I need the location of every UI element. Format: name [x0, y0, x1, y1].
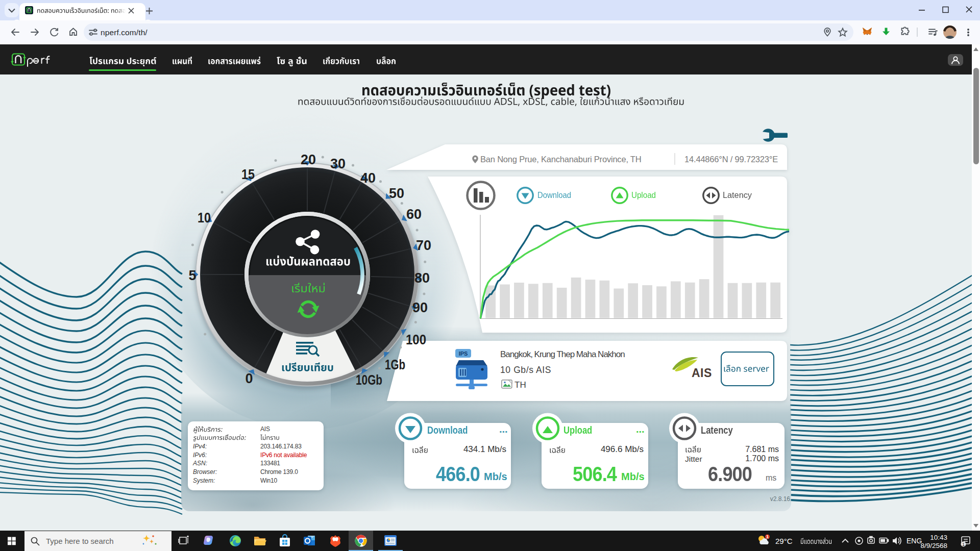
svg-text:ENG: ENG [906, 537, 922, 545]
svg-text:50: 50 [389, 186, 404, 201]
svg-text:Type here to search: Type here to search [46, 537, 114, 545]
svg-text:Upload: Upload [631, 190, 656, 199]
svg-text:90: 90 [412, 300, 428, 315]
svg-text:100: 100 [406, 332, 426, 347]
svg-text:1: 1 [962, 542, 965, 547]
svg-text:Latency: Latency [723, 190, 752, 199]
svg-text:70: 70 [416, 238, 431, 253]
svg-text:80: 80 [414, 270, 430, 286]
svg-text:IPS: IPS [459, 350, 468, 357]
svg-text:15: 15 [241, 167, 255, 182]
svg-text:1Gb: 1Gb [385, 357, 405, 372]
svg-text:20: 20 [301, 152, 316, 167]
svg-text:8/9/2568: 8/9/2568 [920, 542, 947, 549]
svg-text:10Gb: 10Gb [356, 372, 382, 388]
svg-text:40: 40 [360, 170, 376, 186]
svg-text:5: 5 [188, 268, 196, 283]
svg-text:0: 0 [245, 371, 253, 386]
svg-text:29°C: 29°C [775, 537, 793, 545]
svg-text:1: 1 [766, 534, 769, 539]
svg-text:60: 60 [406, 207, 422, 222]
svg-text:30: 30 [330, 156, 346, 171]
svg-text:AIS: AIS [692, 366, 712, 380]
svg-text:10: 10 [198, 210, 211, 226]
svg-text:10:43: 10:43 [930, 534, 947, 541]
svg-text:Download: Download [537, 190, 571, 199]
